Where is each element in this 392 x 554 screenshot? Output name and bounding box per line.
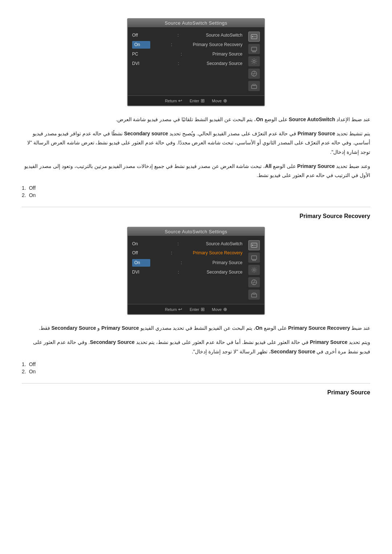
numbered-list-2: 1. Off 2. On	[22, 361, 370, 374]
osd2-footer-return: ↩ Return	[165, 307, 182, 312]
para-3: وعند ضبط تحديد Primary Source على الوضع …	[22, 162, 370, 180]
osd-icon-info	[248, 81, 260, 91]
section-2-title: Primary Source Recovery	[22, 213, 370, 219]
list-value-on-1: On	[29, 192, 36, 198]
osd-icon-source	[248, 44, 260, 54]
list-num-2-2: 2.	[22, 369, 26, 374]
svg-rect-3	[252, 47, 257, 51]
para-2: يتم تنشيط تحديد Primary Source في حالة ع…	[22, 129, 370, 157]
osd-footer-2: ⊕ Move ⊞ Enter ↩ Return	[128, 304, 264, 314]
move-icon-2: ⊕	[223, 307, 227, 312]
osd2-label-autoswitch: Source AutoSwitch	[206, 241, 242, 247]
osd-icons-2	[247, 239, 261, 300]
osd-icon-2-info	[248, 290, 260, 300]
svg-point-19	[253, 269, 255, 271]
osd-body-1: Source AutoSwitch : Off Primary Source R…	[128, 27, 264, 95]
section2-para-1: عند ضبط Primary Source Recovery على الوض…	[22, 324, 370, 333]
osd-menu-2: Source AutoSwitch : On Primary Source Re…	[131, 239, 244, 300]
osd2-item-autoswitch: Source AutoSwitch : On	[131, 239, 244, 249]
list-item-1-off: 1. Off	[22, 185, 370, 191]
osd2-value-primary-recovery: Off	[132, 250, 150, 257]
osd-item-primary-source: Primary Source : PC	[131, 50, 244, 59]
para-1: عند ضبط الإعداد Source AutoSwitch على ال…	[22, 115, 370, 124]
osd-container-1: Source AutoSwitch Settings	[22, 18, 370, 106]
osd2-value-autoswitch: On	[132, 241, 150, 247]
page-content: Source AutoSwitch Settings	[0, 0, 392, 413]
osd2-item-primary-source: Primary Source : On	[131, 258, 244, 268]
osd-container-2: Source AutoSwitch Settings	[22, 227, 370, 315]
osd-item-autoswitch: Source AutoSwitch : Off	[131, 31, 244, 40]
svg-point-7	[253, 60, 255, 62]
osd2-value-primary-source: On	[132, 259, 150, 267]
enter-icon: ⊞	[201, 98, 205, 103]
osd-box-2: Source AutoSwitch Settings	[127, 227, 265, 315]
osd-icon-2-settings	[248, 265, 260, 275]
list-value-off-2: Off	[29, 361, 36, 367]
osd-body-2: Source AutoSwitch : On Primary Source Re…	[128, 236, 264, 304]
return-label-2: Return	[165, 307, 177, 312]
move-label-2: Move	[212, 307, 222, 312]
divider-1	[22, 207, 370, 207]
list-item-2-off: 1. Off	[22, 361, 370, 367]
osd-icon-autoswitch	[248, 32, 260, 42]
osd-label-autoswitch: Source AutoSwitch	[206, 32, 242, 39]
osd-footer-move: ⊕ Move	[212, 98, 227, 103]
return-icon-2: ↩	[178, 307, 182, 312]
osd-icon-2-display	[248, 277, 260, 287]
list-num-2-1: 1.	[22, 361, 26, 367]
list-item-2-on: 2. On	[22, 369, 370, 374]
osd-title-1: Source AutoSwitch Settings	[128, 19, 264, 27]
move-label: Move	[212, 99, 222, 103]
osd-icon-2-source	[248, 253, 260, 263]
divider-2	[22, 383, 370, 383]
move-icon: ⊕	[223, 98, 227, 103]
osd-footer-return: ↩ Return	[165, 98, 182, 103]
list-num-1: 1.	[22, 185, 26, 191]
osd2-footer-enter: ⊞ Enter	[189, 307, 204, 312]
list-num-2: 2.	[22, 192, 26, 198]
enter-icon-2: ⊞	[201, 307, 205, 312]
osd-item-primary-recovery: Primary Source Recovery : On	[131, 40, 244, 50]
osd-label-primary-source: Primary Source	[212, 51, 242, 58]
osd-label-secondary-source: Secondary Source	[207, 60, 242, 67]
osd-footer-enter: ⊞ Enter	[189, 98, 204, 103]
list-value-on-2: On	[29, 369, 36, 374]
section2-para-2: ويتم تحديد Primary Source في حالة العثور…	[22, 338, 370, 356]
osd-value-primary-source: PC	[132, 51, 150, 58]
osd2-label-secondary-source: Secondary Source	[207, 269, 242, 276]
osd2-footer-move: ⊕ Move	[212, 307, 227, 312]
osd-box-1: Source AutoSwitch Settings	[127, 18, 265, 106]
osd2-item-primary-recovery: Primary Source Recovery : Off	[131, 249, 244, 258]
osd2-label-primary-recovery: Primary Source Recovery	[193, 250, 242, 257]
enter-label-2: Enter	[189, 307, 199, 312]
list-item-1-on: 2. On	[22, 192, 370, 198]
osd-value-secondary-source: DVI	[132, 60, 150, 67]
numbered-list-1: 1. Off 2. On	[22, 185, 370, 198]
osd-icon-2-autoswitch	[248, 240, 260, 250]
osd2-value-secondary-source: DVI	[132, 269, 150, 276]
svg-point-13	[252, 245, 253, 246]
osd-label-primary-recovery: Primary Source Recovery	[193, 41, 242, 48]
list-value-off-1: Off	[29, 185, 36, 191]
return-label: Return	[165, 99, 177, 103]
osd-menu-1: Source AutoSwitch : Off Primary Source R…	[131, 31, 244, 92]
svg-rect-15	[252, 256, 257, 259]
osd-item-secondary-source: Secondary Source : DVI	[131, 59, 244, 68]
osd-title-2: Source AutoSwitch Settings	[128, 227, 264, 236]
osd-value-autoswitch: Off	[132, 32, 150, 39]
section-3-title: Primary Source	[22, 389, 370, 396]
enter-label: Enter	[189, 99, 199, 103]
osd2-item-secondary-source: Secondary Source : DVI	[131, 268, 244, 277]
return-icon: ↩	[178, 98, 182, 103]
osd-icon-settings	[248, 56, 260, 66]
osd-footer-1: ⊕ Move ⊞ Enter ↩ Return	[128, 95, 264, 106]
osd-icon-display	[248, 69, 260, 79]
svg-point-1	[252, 36, 253, 37]
osd-icons-1	[247, 31, 261, 92]
osd-value-primary-recovery: On	[132, 41, 150, 49]
osd2-label-primary-source: Primary Source	[212, 259, 242, 266]
